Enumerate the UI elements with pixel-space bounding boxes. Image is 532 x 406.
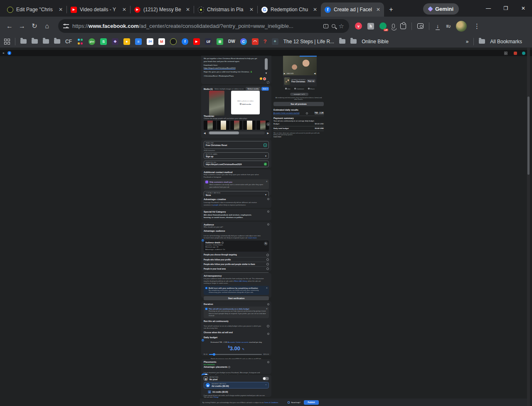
select-media-button[interactable]: Select media (246, 87, 261, 91)
gmail-bookmark-icon[interactable]: M (158, 38, 165, 45)
pixel-row[interactable]: ▦ META PIXEL No pixel (204, 376, 269, 381)
run-continuously-radio[interactable] (202, 339, 204, 342)
scroll-down-icon[interactable]: ▼ (265, 72, 268, 74)
lock-bookmark-icon[interactable]: ◠ (252, 38, 259, 45)
tab-video-details[interactable]: ▶ Video details - Y ✕ (67, 2, 130, 17)
bookmark-cf[interactable]: CF (65, 39, 72, 45)
button-label-field[interactable]: Button label Sign up ▾ (204, 152, 269, 159)
info-icon[interactable]: i (267, 223, 269, 225)
composer-scrollbar-thumb[interactable] (265, 58, 268, 70)
composer-scrollbar[interactable]: ▼ (265, 57, 268, 75)
ad-credits-row[interactable]: ▤ Ad credits ($0.00) (208, 390, 269, 394)
tab-messy[interactable]: ▶ (1212) Messy Be ✕ (131, 2, 194, 17)
browser-menu-icon[interactable]: ⋮ (474, 22, 480, 30)
facebook-logo-icon[interactable]: f (7, 51, 11, 55)
tab-close-icon[interactable]: ✕ (313, 7, 317, 12)
comment-button[interactable]: Comment (294, 88, 304, 90)
bookmark-folder-icon[interactable] (350, 39, 357, 44)
accounts-center-link[interactable]: Accounts Center accounts (228, 341, 249, 343)
choose-end-option[interactable]: Choose when this ad will end (204, 331, 269, 334)
play-icon[interactable]: ▶ (284, 72, 285, 74)
new-tab-button[interactable]: + (386, 4, 397, 15)
scroll-right-icon[interactable]: ▶ (267, 131, 269, 134)
thumbnail-scrollbar[interactable] (208, 131, 265, 134)
audience-option-radio[interactable] (266, 267, 269, 270)
reload-icon[interactable]: ↻ (28, 22, 41, 30)
thumbnail-scrollbar-thumb[interactable] (209, 131, 239, 134)
publish-button[interactable]: Publish (304, 400, 319, 405)
pixel-toggle[interactable] (263, 377, 269, 380)
audience-option-row[interactable]: People who follow your profile (204, 257, 269, 262)
share-button[interactable]: Share (308, 88, 315, 90)
info-icon[interactable]: i (267, 361, 269, 363)
people-link[interactable]: people (213, 204, 218, 206)
thumbnail-option[interactable] (243, 121, 256, 130)
extensions-puzzle-icon[interactable] (400, 23, 406, 29)
audience-option-row[interactable]: People who follow your profile and peopl… (204, 262, 269, 266)
page-scrollbar-thumb[interactable] (527, 97, 530, 175)
bookmark-star-icon[interactable]: ☆ (339, 22, 344, 30)
gloo-bookmark-icon[interactable]: gloo (89, 38, 95, 45)
edit-media-button[interactable]: Edit▾ (261, 87, 269, 91)
docs-bookmark-icon[interactable]: ≡ (135, 38, 142, 45)
close-icon[interactable]: ✕ (266, 180, 268, 183)
bookmark-twelve-steps[interactable]: The 12 Steps | Life R... (283, 39, 335, 45)
all-bookmarks-folder-icon[interactable] (479, 39, 485, 44)
zoom-icon[interactable] (332, 24, 335, 28)
back-icon[interactable]: ← (3, 22, 16, 30)
close-button[interactable]: ✕ (515, 0, 532, 17)
headline-field[interactable]: Headline Free Christmas Reset ✦ (204, 141, 269, 149)
thumbsup-emoji-icon[interactable] (260, 77, 262, 80)
need-help-link[interactable]: Need help? (291, 401, 300, 404)
strip-grid-icon[interactable] (505, 52, 507, 54)
site-settings-icon[interactable] (63, 24, 69, 28)
info-icon[interactable]: i (267, 210, 269, 213)
tab-edit-page[interactable]: Edit Page "Chris ✕ (3, 2, 66, 17)
playlist-icon[interactable]: ≡♪ (446, 23, 451, 29)
ai-suggest-icon[interactable]: ✦ (264, 144, 267, 147)
tab-close-icon[interactable]: ✕ (249, 7, 254, 12)
add-media-link[interactable]: Add media (240, 103, 251, 105)
microphone-icon[interactable] (392, 24, 395, 28)
side-panel-search-icon[interactable] (417, 23, 424, 29)
thumbnail-next-icon[interactable]: › (266, 122, 270, 126)
address-bar[interactable]: https://www.facebook.com/ad_center/creat… (58, 19, 349, 33)
see-all-previews-button[interactable]: See all previews (273, 102, 324, 106)
facebook-bookmark-icon[interactable]: f (182, 38, 188, 45)
minimize-button[interactable]: — (480, 0, 497, 17)
like-button[interactable]: Like (285, 88, 291, 90)
pocket-extension-icon[interactable]: v (355, 22, 362, 30)
thumbnail-option[interactable] (204, 121, 216, 130)
strip-teal-icon[interactable] (522, 52, 525, 55)
calendar-bookmark-icon[interactable]: 24 (147, 38, 153, 45)
church-bookmark-icon[interactable] (170, 38, 177, 45)
bookmark-folder-icon[interactable] (339, 39, 345, 44)
volume-icon[interactable]: ◀) (314, 72, 316, 74)
signup-button[interactable]: Sign up (307, 79, 315, 83)
run-continuously-option[interactable]: Run this ad continuously (204, 320, 269, 322)
list-bookmark-icon[interactable]: ≣ (217, 38, 223, 45)
install-app-icon[interactable] (323, 24, 328, 28)
url-text[interactable]: https://www.facebook.com/ad_center/creat… (72, 23, 320, 29)
page-scrollbar[interactable] (527, 48, 530, 406)
downloads-icon[interactable]: ↓ (435, 23, 441, 29)
budget-slider[interactable] (209, 354, 261, 355)
strip-close-icon[interactable]: × (2, 51, 5, 55)
bookmark-folder-icon[interactable] (43, 39, 49, 44)
tab-close-icon[interactable]: ✕ (122, 7, 126, 12)
apps-grid-icon[interactable] (4, 39, 10, 45)
info-icon[interactable]: i (267, 303, 269, 305)
tab-create-ad-active[interactable]: f Create ad | Facel ✕ (321, 2, 384, 17)
tab-redemption[interactable]: G Redemption Chu ✕ (258, 2, 321, 17)
audience-option-radio[interactable] (266, 263, 269, 265)
advantage-audience-option[interactable]: Advantage+ audience (204, 230, 269, 232)
learn-more-link[interactable]: Learn more (273, 136, 324, 138)
thumbnail-option[interactable] (230, 121, 243, 130)
close-icon[interactable]: ✕ (266, 287, 268, 289)
regenerate-icon[interactable] (267, 81, 269, 84)
terms-link[interactable]: Terms & Conditions (264, 401, 278, 404)
bookmark-folder-icon[interactable] (20, 39, 27, 44)
learn-more-link[interactable]: Learn more (248, 237, 257, 239)
forward-icon[interactable]: → (16, 22, 28, 30)
profile-avatar[interactable] (456, 21, 467, 32)
